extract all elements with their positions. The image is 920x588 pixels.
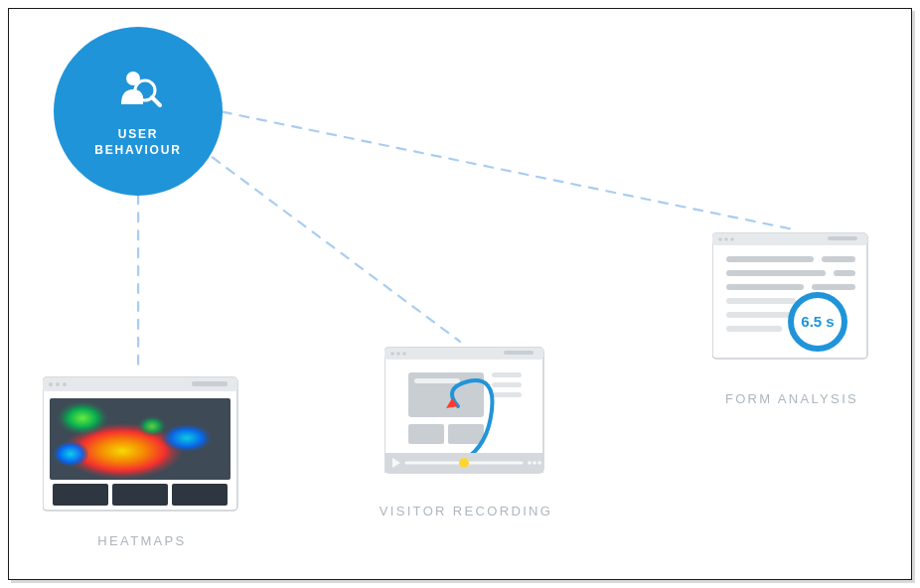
svg-rect-53 (812, 284, 855, 290)
svg-rect-54 (726, 298, 796, 304)
svg-rect-47 (828, 236, 857, 240)
svg-point-44 (718, 237, 722, 241)
heatmaps-label: HEATMAPS (33, 533, 251, 548)
hub-label-line2: BEHAVIOUR (94, 142, 181, 158)
svg-point-45 (724, 237, 728, 241)
svg-point-9 (56, 382, 60, 386)
svg-rect-28 (414, 378, 460, 383)
svg-rect-11 (192, 381, 228, 386)
user-magnify-icon (113, 65, 163, 118)
svg-rect-33 (492, 392, 522, 397)
svg-line-2 (223, 112, 790, 229)
svg-rect-51 (834, 270, 855, 276)
svg-rect-56 (726, 326, 782, 332)
svg-point-46 (730, 237, 734, 241)
visitor-recording-card (384, 347, 548, 490)
form-analysis-card: 6.5 s (712, 232, 871, 375)
svg-rect-18 (53, 484, 108, 506)
heatmaps-card (43, 376, 241, 519)
svg-rect-29 (408, 424, 444, 444)
svg-rect-49 (822, 256, 855, 262)
svg-rect-48 (726, 256, 814, 262)
svg-point-17 (138, 416, 166, 436)
user-behaviour-hub: USER BEHAVIOUR (54, 27, 223, 196)
svg-rect-50 (726, 270, 826, 276)
svg-point-25 (402, 352, 406, 356)
svg-rect-26 (504, 351, 534, 355)
svg-point-16 (162, 424, 212, 452)
diagram-frame: USER BEHAVIOUR (8, 8, 912, 580)
visitor-recording-label: VISITOR RECORDING (357, 504, 575, 518)
svg-point-40 (533, 461, 537, 465)
svg-point-24 (396, 352, 400, 356)
svg-point-14 (57, 401, 108, 435)
form-analysis-label: FORM ANALYSIS (683, 391, 901, 406)
svg-point-8 (49, 382, 53, 386)
svg-rect-20 (172, 484, 228, 506)
svg-point-38 (459, 458, 469, 468)
svg-rect-31 (492, 372, 522, 377)
hub-label: USER BEHAVIOUR (94, 126, 181, 158)
svg-rect-19 (112, 484, 168, 506)
svg-rect-30 (448, 424, 484, 444)
svg-point-41 (537, 461, 541, 465)
svg-line-1 (213, 157, 460, 341)
svg-point-10 (63, 382, 67, 386)
svg-line-5 (152, 97, 160, 105)
hub-label-line1: USER (94, 126, 181, 142)
svg-rect-32 (492, 382, 522, 387)
svg-rect-52 (726, 284, 804, 290)
svg-rect-42 (712, 233, 867, 359)
svg-point-39 (528, 461, 532, 465)
svg-point-23 (390, 352, 394, 356)
form-badge-value: 6.5 s (801, 313, 834, 330)
svg-point-15 (53, 441, 88, 467)
